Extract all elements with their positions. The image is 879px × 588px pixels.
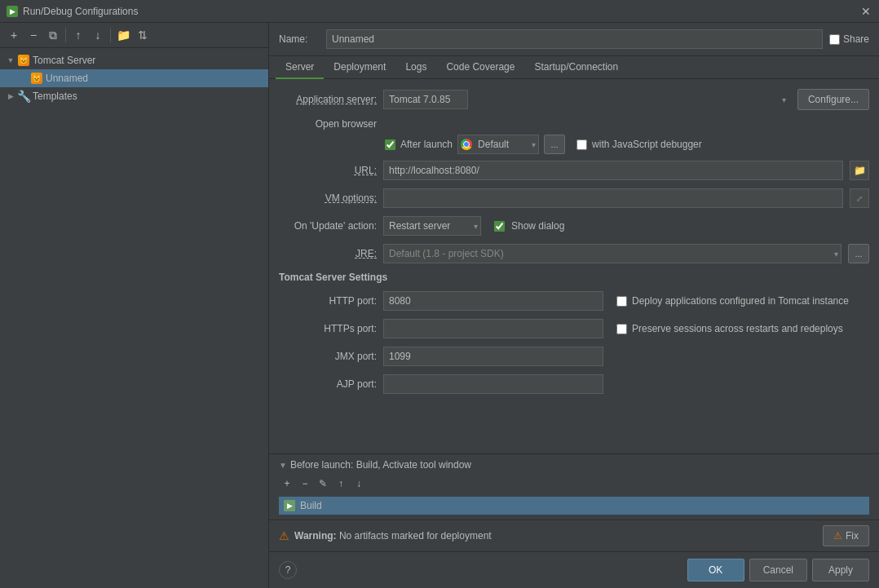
tab-deployment[interactable]: Deployment: [324, 56, 395, 79]
fix-button[interactable]: ⚠ Fix: [823, 525, 869, 546]
title-bar-title: Run/Debug Configurations: [23, 6, 138, 17]
tree-item-tomcat-server[interactable]: ▼ 🐱 Tomcat Server: [0, 51, 268, 69]
url-input[interactable]: [383, 161, 843, 180]
tomcat-settings-header: Tomcat Server Settings: [279, 272, 869, 283]
bottom-bar: ? OK Cancel Apply: [269, 551, 879, 588]
deploy-apps-checkbox[interactable]: [616, 296, 627, 307]
share-label: Share: [843, 33, 869, 45]
name-input[interactable]: [326, 29, 823, 49]
tree-item-unnamed[interactable]: 🐱 Unnamed: [0, 69, 268, 87]
unnamed-label: Unnamed: [46, 73, 88, 84]
bl-remove-button[interactable]: −: [297, 475, 313, 492]
browser-select-wrapper: Default ▾: [457, 135, 539, 154]
unnamed-icon: 🐱: [31, 73, 42, 84]
configure-button[interactable]: Configure...: [797, 89, 869, 110]
before-launch-label: Before launch: Build, Activate tool wind…: [290, 459, 471, 471]
apply-button[interactable]: Apply: [812, 559, 869, 581]
jre-select[interactable]: Default (1.8 - project SDK): [383, 244, 841, 263]
tab-logs[interactable]: Logs: [395, 56, 436, 79]
title-bar: ▶ Run/Debug Configurations ✕: [0, 0, 879, 23]
warning-icon: ⚠: [279, 529, 289, 542]
https-port-input[interactable]: [383, 319, 603, 338]
tree-item-templates[interactable]: ▶ 🔧 Templates: [0, 87, 268, 105]
jmx-port-row: JMX port:: [279, 347, 869, 366]
tab-code-coverage[interactable]: Code Coverage: [436, 56, 524, 79]
chrome-icon: [461, 139, 472, 150]
name-label: Name:: [279, 33, 320, 45]
show-dialog-checkbox[interactable]: [494, 221, 505, 232]
jre-row: JRE: Default (1.8 - project SDK) ▾ ...: [279, 244, 869, 263]
remove-config-button[interactable]: −: [24, 26, 42, 44]
show-dialog-label: Show dialog: [511, 220, 564, 232]
templates-expand-arrow: ▶: [7, 92, 15, 100]
after-launch-row: After launch Default ▾ ... with JavaScri…: [385, 135, 869, 154]
preserve-sessions-checkbox[interactable]: [616, 324, 627, 334]
warning-text: Warning: No artifacts marked for deploym…: [294, 530, 818, 542]
tomcat-server-icon: 🐱: [18, 55, 29, 66]
url-row: URL: 📁: [279, 161, 869, 180]
browser-dots-button[interactable]: ...: [544, 135, 565, 154]
update-select-wrapper: Restart server ▾: [383, 216, 481, 236]
tab-startup-connection[interactable]: Startup/Connection: [524, 56, 628, 79]
app-server-label: Application server:: [279, 94, 377, 105]
name-row: Name: Share: [269, 23, 879, 56]
url-label: URL:: [279, 165, 377, 176]
build-list-item[interactable]: ▶ Build: [279, 497, 869, 515]
bl-up-button[interactable]: ↑: [333, 475, 349, 492]
share-checkbox[interactable]: [829, 34, 840, 45]
copy-config-button[interactable]: ⧉: [44, 26, 62, 44]
app-server-select[interactable]: Tomcat 7.0.85: [383, 90, 468, 109]
update-action-select[interactable]: Restart server: [383, 216, 481, 236]
app-server-select-wrapper: Tomcat 7.0.85: [383, 90, 791, 109]
bl-add-button[interactable]: +: [279, 475, 295, 492]
build-icon: ▶: [284, 500, 295, 511]
http-port-input[interactable]: [383, 291, 603, 311]
help-button[interactable]: ?: [279, 561, 297, 579]
cancel-button[interactable]: Cancel: [749, 559, 807, 581]
close-button[interactable]: ✕: [859, 5, 872, 18]
preserve-sessions-label: Preserve sessions across restarts and re…: [632, 323, 843, 334]
bl-edit-button[interactable]: ✎: [315, 475, 331, 492]
bl-down-button[interactable]: ↓: [351, 475, 367, 492]
on-update-label: On 'Update' action:: [279, 220, 377, 232]
toolbar-separator-2: [110, 28, 111, 42]
templates-icon: 🔧: [18, 91, 29, 102]
jmx-port-input[interactable]: [383, 347, 603, 366]
jre-dots-button[interactable]: ...: [848, 244, 869, 263]
vm-options-row: VM options: ⤢: [279, 188, 869, 208]
right-panel: Name: Share Server Deployment Logs Code …: [269, 23, 879, 588]
app-server-row: Application server: Tomcat 7.0.85 Config…: [279, 89, 869, 110]
warning-detail-text: No artifacts marked for deployment: [339, 530, 492, 542]
config-tree: ▼ 🐱 Tomcat Server 🐱 Unnamed ▶ 🔧 Template…: [0, 48, 268, 588]
before-launch-toolbar: + − ✎ ↑ ↓: [279, 475, 869, 492]
after-launch-checkbox[interactable]: [385, 139, 395, 150]
move-down-button[interactable]: ↓: [89, 26, 107, 44]
url-folder-button[interactable]: 📁: [850, 161, 869, 180]
tab-server[interactable]: Server: [276, 56, 324, 79]
warning-bar: ⚠ Warning: No artifacts marked for deplo…: [269, 519, 879, 551]
ok-button[interactable]: OK: [687, 559, 744, 581]
js-debugger-checkbox[interactable]: [576, 139, 587, 150]
title-bar-left: ▶ Run/Debug Configurations: [7, 6, 138, 17]
deploy-apps-label: Deploy applications configured in Tomcat…: [632, 295, 849, 307]
vm-expand-button[interactable]: ⤢: [850, 188, 869, 208]
left-panel: + − ⧉ ↑ ↓ 📁 ⇅ ▼ 🐱 Tomcat Server 🐱 Unname…: [0, 23, 269, 588]
fix-warning-icon: ⚠: [833, 530, 842, 542]
vm-options-input[interactable]: [383, 188, 843, 208]
fix-label: Fix: [846, 530, 859, 542]
http-port-row: HTTP port: Deploy applications configure…: [279, 291, 869, 311]
ajp-port-input[interactable]: [383, 374, 603, 394]
preserve-sessions-row: Preserve sessions across restarts and re…: [616, 323, 843, 334]
sort-button[interactable]: ⇅: [134, 26, 152, 44]
folder-button[interactable]: 📁: [114, 26, 132, 44]
http-port-label: HTTP port:: [279, 295, 377, 307]
build-label: Build: [300, 500, 322, 511]
move-up-button[interactable]: ↑: [69, 26, 87, 44]
jre-select-wrapper: Default (1.8 - project SDK) ▾: [383, 244, 841, 263]
vm-options-label: VM options:: [279, 192, 377, 204]
templates-label: Templates: [33, 91, 77, 102]
jre-label: JRE:: [279, 248, 377, 259]
add-config-button[interactable]: +: [5, 26, 23, 44]
tomcat-server-label: Tomcat Server: [33, 55, 95, 66]
https-port-row: HTTPs port: Preserve sessions across res…: [279, 319, 869, 338]
